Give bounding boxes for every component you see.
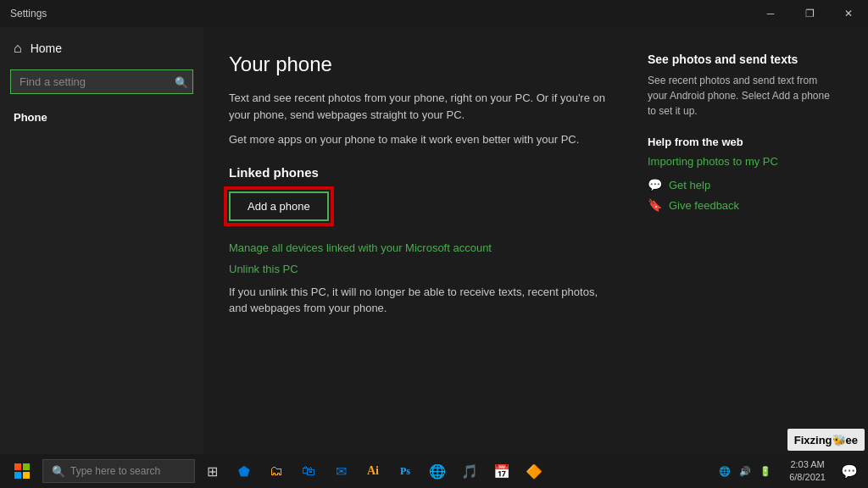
systray: 🌐 🔊 🔋 — [716, 466, 781, 477]
taskbar-search-text: Type here to search — [70, 465, 160, 477]
feedback-icon: 🔖 — [648, 198, 662, 212]
titlebar-title: Settings — [10, 8, 47, 19]
notification-button[interactable]: 💬 — [834, 454, 865, 488]
get-help-item: 💬 Get help — [648, 178, 834, 191]
content-left: Your phone Text and see recent photos fr… — [229, 53, 614, 429]
sidebar-home-label: Home — [31, 42, 62, 55]
calendar-button[interactable]: 📅 — [487, 454, 517, 488]
sidebar: ⌂ Home 🔍 Phone — [0, 27, 203, 454]
taskbar: 🔍 Type here to search ⊞ ⬟ 🗂 🛍 ✉ Ai Ps 🌐 … — [0, 454, 868, 488]
vlc-button[interactable]: 🔶 — [519, 454, 549, 488]
illustrator-button[interactable]: Ai — [358, 454, 388, 488]
search-container: 🔍 — [10, 69, 193, 94]
svg-rect-2 — [14, 472, 21, 479]
content-right: See photos and send texts See recent pho… — [648, 53, 834, 429]
unlink-note: If you unlink this PC, it will no longer… — [229, 284, 614, 317]
description-2: Get more apps on your phone to make it w… — [229, 131, 614, 148]
task-view-button[interactable]: ⊞ — [197, 454, 227, 488]
taskbar-search-icon: 🔍 — [52, 465, 65, 478]
photoshop-button[interactable]: Ps — [390, 454, 420, 488]
battery-icon[interactable]: 🔋 — [757, 466, 774, 477]
explorer-button[interactable]: 🗂 — [261, 454, 292, 488]
feedback-item: 🔖 Give feedback — [648, 198, 834, 212]
close-button[interactable]: ✕ — [829, 0, 868, 27]
home-icon: ⌂ — [14, 41, 22, 56]
store-button[interactable]: 🛍 — [293, 454, 324, 488]
sidebar-section-phone: Phone — [0, 101, 203, 129]
sidebar-item-home[interactable]: ⌂ Home — [0, 34, 203, 63]
clock-date: 6/8/2021 — [789, 471, 826, 484]
taskbar-search[interactable]: 🔍 Type here to search — [42, 459, 195, 483]
main-content: Your phone Text and see recent photos fr… — [203, 27, 868, 454]
window-controls: ─ ❐ ✕ — [751, 0, 868, 27]
edge-button[interactable]: ⬟ — [229, 454, 259, 488]
clock-time: 2:03 AM — [789, 458, 826, 471]
chrome-button[interactable]: 🌐 — [422, 454, 453, 488]
mail-button[interactable]: ✉ — [326, 454, 356, 488]
clock[interactable]: 2:03 AM 6/8/2021 — [782, 458, 832, 485]
importing-photos-link[interactable]: Importing photos to my PC — [648, 155, 834, 168]
svg-rect-0 — [14, 463, 21, 470]
add-phone-button[interactable]: Add a phone — [229, 191, 329, 221]
get-help-link[interactable]: Get help — [669, 179, 710, 191]
give-feedback-link[interactable]: Give feedback — [669, 199, 739, 212]
app-icon-1[interactable]: 🎵 — [454, 454, 485, 488]
titlebar: Settings ─ ❐ ✕ — [0, 0, 868, 27]
manage-devices-link[interactable]: Manage all devices linked with your Micr… — [229, 241, 614, 254]
get-help-icon: 💬 — [648, 178, 662, 191]
unlink-pc-link[interactable]: Unlink this PC — [229, 263, 614, 275]
volume-icon[interactable]: 🔊 — [737, 466, 754, 477]
restore-button[interactable]: ❐ — [790, 0, 829, 27]
minimize-button[interactable]: ─ — [751, 0, 790, 27]
page-title: Your phone — [229, 53, 614, 76]
linked-phones-heading: Linked phones — [229, 165, 614, 180]
watermark: Fixzing🐝ee — [787, 429, 865, 451]
description-1: Text and see recent photos from your pho… — [229, 90, 614, 123]
watermark-text: Fixzing🐝ee — [794, 434, 858, 446]
help-title: Help from the web — [648, 136, 834, 148]
start-button[interactable] — [3, 454, 41, 488]
search-input[interactable] — [10, 69, 193, 94]
search-icon-button[interactable]: 🔍 — [175, 75, 188, 88]
svg-rect-1 — [23, 463, 30, 470]
svg-rect-3 — [23, 472, 30, 479]
photos-title: See photos and send texts — [648, 53, 834, 66]
network-icon[interactable]: 🌐 — [716, 466, 733, 477]
photos-desc: See recent photos and send text from you… — [648, 73, 834, 119]
